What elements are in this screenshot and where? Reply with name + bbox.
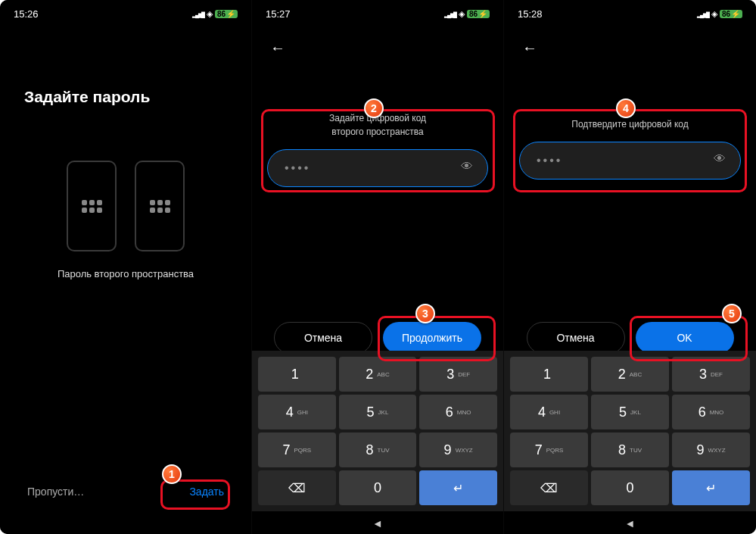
clock: 15:26	[14, 8, 39, 20]
caption: Пароль второго пространства	[0, 268, 251, 279]
status-bar: 15:28 ◈86⚡	[504, 0, 756, 27]
screen-1: 15:26 ◈ 86⚡ Задайте пароль Пароль второг…	[0, 0, 252, 534]
status-bar: 15:26 ◈ 86⚡	[0, 0, 251, 27]
key-4[interactable]: 4GHI	[258, 395, 336, 429]
eye-icon[interactable]: 👁	[714, 152, 726, 166]
pin-input[interactable]: ••••	[267, 149, 488, 187]
page-title: Задайте пароль	[0, 27, 251, 106]
key-7[interactable]: 7PQRS	[258, 433, 336, 467]
clock: 15:28	[518, 8, 543, 20]
key-0[interactable]: 0	[339, 470, 417, 505]
status-bar: 15:27 ◈86⚡	[252, 0, 503, 27]
nav-back-icon[interactable]: ◄	[504, 517, 756, 529]
signal-icon	[192, 9, 204, 18]
pin-input[interactable]: ••••	[519, 142, 741, 180]
phone-illustration	[0, 161, 251, 251]
key-8[interactable]: 8TUV	[591, 433, 669, 467]
key-1[interactable]: 1	[510, 357, 588, 392]
key-1[interactable]: 1	[258, 357, 336, 392]
marker-3: 3	[415, 304, 435, 323]
ok-button[interactable]: OK	[636, 322, 734, 354]
wifi-icon: ◈	[207, 9, 213, 19]
status-icons: ◈ 86⚡	[192, 9, 238, 19]
set-button[interactable]: Задать	[189, 486, 224, 498]
key-2[interactable]: 2ABC	[591, 357, 669, 392]
key-2[interactable]: 2ABC	[339, 357, 417, 392]
prompt-text: Подтвердите цифровой код	[504, 117, 756, 131]
key-3[interactable]: 3DEF	[419, 357, 497, 392]
key-backspace[interactable]: ⌫	[258, 470, 336, 505]
key-5[interactable]: 5JKL	[339, 395, 417, 429]
key-6[interactable]: 6MNO	[672, 395, 750, 429]
cancel-button[interactable]: Отмена	[527, 322, 625, 354]
key-4[interactable]: 4GHI	[510, 395, 588, 429]
key-0[interactable]: 0	[591, 470, 669, 505]
marker-5: 5	[722, 304, 742, 323]
marker-1: 1	[162, 464, 182, 484]
keypad: 12ABC3DEF4GHI5JKL6MNO7PQRS8TUV9WXYZ⌫0↵	[504, 351, 756, 511]
keypad: 12ABC3DEF4GHI5JKL6MNO7PQRS8TUV9WXYZ⌫0↵	[252, 351, 503, 511]
screen-2: 15:27 ◈86⚡ ← Задайте цифровой кодвторого…	[252, 0, 504, 534]
back-button[interactable]: ←	[252, 27, 503, 69]
key-6[interactable]: 6MNO	[419, 395, 497, 429]
nav-back-icon[interactable]: ◄	[252, 517, 503, 529]
marker-4: 4	[616, 98, 636, 118]
key-backspace[interactable]: ⌫	[510, 470, 588, 505]
screen-3: 15:28 ◈86⚡ ← Подтвердите цифровой код ••…	[504, 0, 756, 534]
key-3[interactable]: 3DEF	[672, 357, 750, 392]
marker-2: 2	[364, 98, 384, 118]
continue-button[interactable]: Продолжить	[383, 322, 481, 354]
key-9[interactable]: 9WXYZ	[672, 433, 750, 467]
key-9[interactable]: 9WXYZ	[419, 433, 497, 467]
back-button[interactable]: ←	[504, 27, 756, 69]
eye-icon[interactable]: 👁	[461, 160, 473, 173]
battery-icon: 86⚡	[215, 10, 238, 18]
skip-button[interactable]: Пропусти…	[27, 486, 84, 498]
key-enter[interactable]: ↵	[672, 470, 750, 505]
key-enter[interactable]: ↵	[419, 470, 497, 505]
cancel-button[interactable]: Отмена	[274, 322, 372, 354]
clock: 15:27	[266, 8, 291, 20]
key-7[interactable]: 7PQRS	[510, 433, 588, 467]
key-8[interactable]: 8TUV	[339, 433, 417, 467]
key-5[interactable]: 5JKL	[591, 395, 669, 429]
